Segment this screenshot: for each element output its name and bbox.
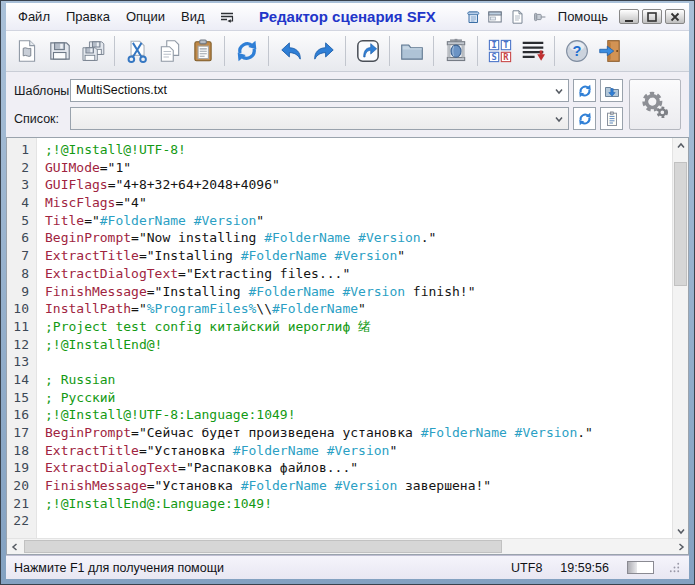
menu-help[interactable]: Помощь [550, 7, 616, 26]
vertical-scroll-thumb[interactable] [674, 162, 687, 286]
resize-grip-icon[interactable] [668, 561, 681, 574]
menu-edit[interactable]: Правка [58, 7, 118, 26]
code-line: ;!@Install@!UTF-8! [45, 141, 672, 159]
toolbar [6, 31, 689, 72]
line-number: 22 [7, 512, 36, 530]
code-line: FinishMessage="Установка #FolderName #Ve… [45, 477, 672, 495]
settings-button[interactable] [629, 79, 681, 130]
chevron-down-icon [553, 85, 565, 97]
maximize-button[interactable] [642, 9, 662, 24]
undo-button[interactable] [275, 35, 306, 68]
line-number: 5 [7, 212, 36, 230]
code-line: BeginPrompt="Now installing #FolderName … [45, 229, 672, 247]
progress-fill [628, 562, 637, 573]
chevron-left-icon [9, 541, 21, 553]
minimize-button[interactable] [619, 9, 639, 24]
line-number: 9 [7, 283, 36, 301]
code-line [45, 512, 672, 530]
cut-button[interactable] [121, 35, 152, 68]
copy-icon [157, 38, 183, 64]
redo-button[interactable] [308, 35, 339, 68]
line-number: 10 [7, 300, 36, 318]
vertical-scrollbar[interactable] [672, 138, 688, 538]
list-combobox[interactable] [70, 107, 569, 130]
refresh-icon [577, 83, 593, 99]
exit-button[interactable] [594, 35, 625, 68]
script-editor[interactable]: 12345678910111213141516171819202122 ;!@I… [6, 137, 689, 555]
pack-archive-button[interactable] [440, 35, 471, 68]
code-line: Title="#FolderName #Version" [45, 212, 672, 230]
save-all-button[interactable] [77, 35, 108, 68]
scroll-down-arrow[interactable] [673, 523, 688, 538]
line-number: 12 [7, 336, 36, 354]
horizontal-scroll-thumb[interactable] [24, 540, 502, 553]
window-form-button[interactable] [484, 7, 506, 27]
list-view-button[interactable] [600, 107, 623, 130]
script-scroll-button[interactable] [462, 7, 484, 27]
title-icons [462, 7, 550, 27]
toolbar-separator [114, 36, 115, 66]
line-number: 3 [7, 176, 36, 194]
code-line: ;!@InstallEnd@! [45, 336, 672, 354]
wrap-lines-button[interactable] [517, 35, 548, 68]
clock: 19:59:56 [560, 561, 609, 575]
open-folder-button[interactable] [396, 35, 427, 68]
wrap-lines-icon [520, 38, 546, 64]
toolbar-separator [389, 36, 390, 66]
run-button[interactable] [352, 35, 383, 68]
help-button[interactable] [561, 35, 592, 68]
code-line: ; Русский [45, 389, 672, 407]
scroll-left-arrow[interactable] [7, 539, 22, 554]
cut-icon [124, 38, 150, 64]
chevron-down-icon [553, 113, 565, 125]
pin-button[interactable] [528, 7, 550, 27]
code-line: GUIMode="1" [45, 159, 672, 177]
document-button[interactable] [506, 7, 528, 27]
close-icon [668, 10, 682, 24]
scroll-right-arrow[interactable] [673, 539, 688, 554]
list-refresh-button[interactable] [573, 107, 596, 130]
new-script-icon [14, 38, 40, 64]
list-label: Список: [14, 112, 70, 126]
document-icon [509, 9, 525, 25]
menu-options[interactable]: Опции [118, 7, 173, 26]
toolbar-separator [554, 36, 555, 66]
code-line: ExtractDialogText="Распаковка файлов..." [45, 459, 672, 477]
line-number: 15 [7, 389, 36, 407]
scroll-up-arrow[interactable] [673, 138, 688, 153]
toolbar-separator [433, 36, 434, 66]
menu-view[interactable]: Вид [173, 7, 213, 26]
line-number: 2 [7, 159, 36, 177]
templates-open-folder-button[interactable] [600, 79, 623, 102]
line-number-gutter: 12345678910111213141516171819202122 [7, 138, 37, 538]
line-number: 19 [7, 459, 36, 477]
horizontal-scrollbar[interactable] [7, 538, 688, 554]
copy-button[interactable] [154, 35, 185, 68]
code-area[interactable]: 12345678910111213141516171819202122 ;!@I… [7, 138, 672, 538]
new-script-button[interactable] [11, 35, 42, 68]
templates-dropdown-arrow[interactable] [550, 80, 568, 101]
line-number: 20 [7, 477, 36, 495]
menu-wrap-lines-button[interactable] [219, 9, 235, 25]
code-line: ;!@Install@!UTF-8:Language:1049! [45, 406, 672, 424]
paste-button[interactable] [187, 35, 218, 68]
window-title: Редактор сценария SFX [259, 8, 436, 25]
line-number: 21 [7, 495, 36, 513]
sections-itsr-button[interactable] [484, 35, 515, 68]
redo-icon [311, 38, 337, 64]
menu-file[interactable]: Файл [10, 7, 58, 26]
window-form-icon [487, 9, 503, 25]
code-line: GUIFlags="4+8+32+64+2048+4096" [45, 176, 672, 194]
code-line: FinishMessage="Installing #FolderName #V… [45, 283, 672, 301]
line-number: 16 [7, 406, 36, 424]
templates-refresh-button[interactable] [573, 79, 596, 102]
paste-icon [190, 38, 216, 64]
refresh-button[interactable] [231, 35, 262, 68]
help-icon [564, 38, 590, 64]
save-button[interactable] [44, 35, 75, 68]
app-window: ФайлПравкаОпцииВид Редактор сценария SFX… [0, 0, 695, 585]
close-button[interactable] [665, 9, 685, 24]
list-dropdown-arrow[interactable] [550, 108, 568, 129]
templates-combobox[interactable]: MultiSections.txt [70, 79, 569, 102]
refresh-icon [577, 111, 593, 127]
